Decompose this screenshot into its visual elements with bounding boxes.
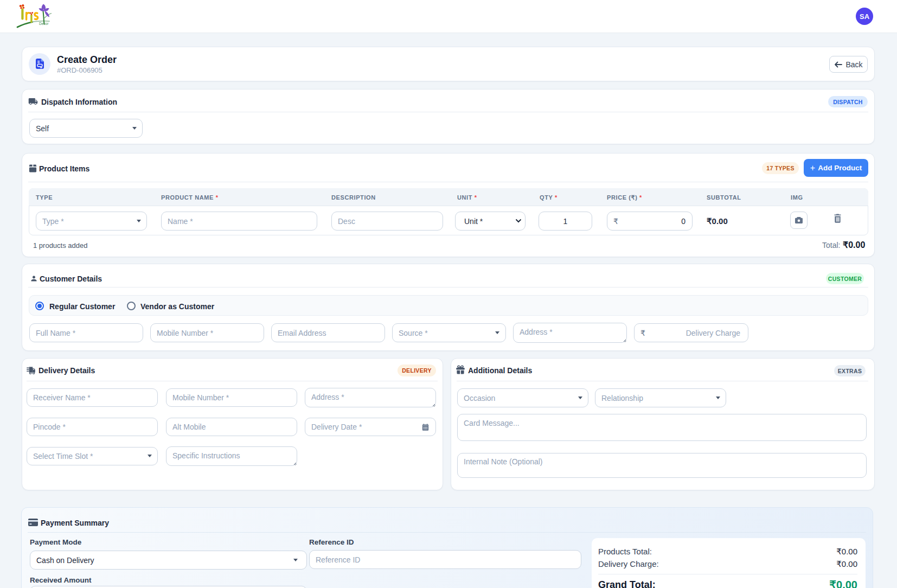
svg-text:Decor: Decor — [39, 22, 49, 25]
